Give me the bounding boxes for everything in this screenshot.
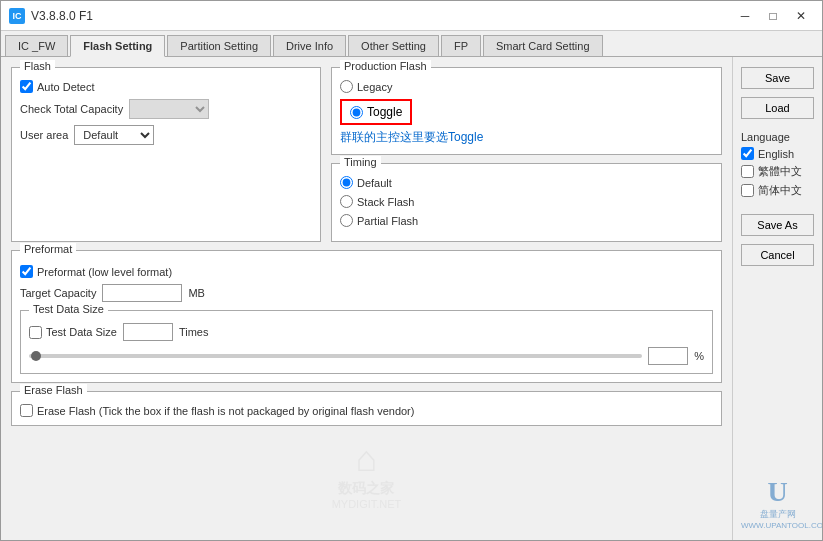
partial-flash-row: Partial Flash [340, 214, 713, 227]
test-data-slider[interactable] [29, 354, 642, 358]
erase-flash-title: Erase Flash [20, 384, 87, 396]
stack-flash-radio[interactable] [340, 195, 353, 208]
target-capacity-row: Target Capacity MB [20, 284, 713, 302]
timing-group: Timing Default Stack Flash [331, 163, 722, 242]
slider-thumb [31, 351, 41, 361]
stack-flash-label: Stack Flash [357, 196, 414, 208]
top-section: Flash Auto Detect Check Total Capacity [11, 67, 722, 242]
slider-container: % [29, 347, 704, 365]
test-data-size-checkbox[interactable] [29, 326, 42, 339]
toggle-label: Toggle [367, 105, 402, 119]
erase-label: Erase Flash (Tick the box if the flash i… [37, 405, 414, 417]
watermark-icon: ⌂ [332, 438, 402, 480]
target-capacity-label: Target Capacity [20, 287, 96, 299]
right-panel: Save Load Language English 繁體中文 简体中文 [732, 57, 822, 540]
legacy-row: Legacy [340, 80, 713, 93]
production-flash-group: Production Flash Legacy Toggle [331, 67, 722, 155]
tab-bar: IC _FW Flash Setting Partition Setting D… [1, 31, 822, 57]
times-label: Times [179, 326, 209, 338]
timing-default-row: Default [340, 176, 713, 189]
test-data-size-row: Test Data Size Times [29, 323, 704, 341]
simplified-chinese-checkbox[interactable] [741, 184, 754, 197]
flash-group-title: Flash [20, 60, 55, 72]
english-checkbox[interactable] [741, 147, 754, 160]
preformat-content: Preformat (low level format) Target Capa… [20, 265, 713, 302]
erase-flash-checkbox[interactable] [20, 404, 33, 417]
tab-fp[interactable]: FP [441, 35, 481, 56]
preformat-checkbox-row: Preformat (low level format) [20, 265, 713, 278]
target-capacity-input[interactable] [102, 284, 182, 302]
flash-group-content: Auto Detect Check Total Capacity User ar… [20, 80, 312, 145]
tab-flash-setting[interactable]: Flash Setting [70, 35, 165, 57]
percent-label: % [694, 350, 704, 362]
save-button[interactable]: Save [741, 67, 814, 89]
annotation-text: 群联的主控这里要选Toggle [340, 129, 713, 146]
erase-flash-group: Erase Flash Erase Flash (Tick the box if… [11, 391, 722, 426]
test-data-size-input[interactable] [123, 323, 173, 341]
title-bar-left: IC V3.8.8.0 F1 [9, 8, 93, 24]
left-panel: Flash Auto Detect Check Total Capacity [1, 57, 732, 540]
mb-label: MB [188, 287, 205, 299]
legacy-radio[interactable] [340, 80, 353, 93]
tab-other-setting[interactable]: Other Setting [348, 35, 439, 56]
toggle-highlight: Toggle [340, 99, 412, 125]
tab-drive-info[interactable]: Drive Info [273, 35, 346, 56]
simplified-chinese-label[interactable]: 简体中文 [741, 183, 814, 198]
window-title: V3.8.8.0 F1 [31, 9, 93, 23]
preformat-group: Preformat Preformat (low level format) T… [11, 250, 722, 383]
toggle-radio[interactable] [350, 106, 363, 119]
stack-flash-row: Stack Flash [340, 195, 713, 208]
main-window: IC V3.8.8.0 F1 ─ □ ✕ IC _FW Flash Settin… [0, 0, 823, 541]
timing-title: Timing [340, 156, 381, 168]
production-flash-title: Production Flash [340, 60, 431, 72]
percent-input[interactable] [648, 347, 688, 365]
test-data-size-title: Test Data Size [29, 303, 108, 315]
language-section: Language English 繁體中文 简体中文 [741, 131, 814, 206]
preformat-label: Preformat (low level format) [37, 266, 172, 278]
erase-flash-label[interactable]: Erase Flash (Tick the box if the flash i… [20, 404, 713, 417]
user-area-label: User area [20, 129, 68, 141]
main-content: Flash Auto Detect Check Total Capacity [1, 57, 822, 540]
timing-default-radio[interactable] [340, 176, 353, 189]
load-button[interactable]: Load [741, 97, 814, 119]
flash-group: Flash Auto Detect Check Total Capacity [11, 67, 321, 242]
english-label[interactable]: English [741, 147, 814, 160]
test-data-size-group: Test Data Size Test Data Size Times [20, 310, 713, 374]
title-bar-controls: ─ □ ✕ [732, 6, 814, 26]
u-logo: U [741, 476, 814, 508]
preformat-title: Preformat [20, 243, 76, 255]
maximize-button[interactable]: □ [760, 6, 786, 26]
auto-detect-label[interactable]: Auto Detect [20, 80, 94, 93]
partial-flash-label: Partial Flash [357, 215, 418, 227]
watermark: ⌂ 数码之家 MYDIGIT.NET [332, 438, 402, 510]
tab-ic-fw[interactable]: IC _FW [5, 35, 68, 56]
check-total-capacity-select[interactable] [129, 99, 209, 119]
timing-default-label: Default [357, 177, 392, 189]
save-as-button[interactable]: Save As [741, 214, 814, 236]
language-title: Language [741, 131, 814, 143]
tab-smart-card-setting[interactable]: Smart Card Setting [483, 35, 603, 56]
test-data-size-label[interactable]: Test Data Size [29, 326, 117, 339]
close-button[interactable]: ✕ [788, 6, 814, 26]
partial-flash-radio[interactable] [340, 214, 353, 227]
toggle-highlight-wrapper: Toggle [340, 99, 412, 125]
pan-text: 盘量产网 [741, 508, 814, 521]
minimize-button[interactable]: ─ [732, 6, 758, 26]
app-icon: IC [9, 8, 25, 24]
u-logo-area: U 盘量产网 WWW.UPANTOOL.COM [741, 456, 814, 530]
auto-detect-checkbox[interactable] [20, 80, 33, 93]
user-area-row: User area Default [20, 125, 312, 145]
traditional-chinese-checkbox[interactable] [741, 165, 754, 178]
user-area-select[interactable]: Default [74, 125, 154, 145]
cancel-button[interactable]: Cancel [741, 244, 814, 266]
upan-url: WWW.UPANTOOL.COM [741, 521, 814, 530]
timing-content: Default Stack Flash Partial Flash [340, 176, 713, 227]
check-total-capacity-row: Check Total Capacity [20, 99, 312, 119]
traditional-chinese-label[interactable]: 繁體中文 [741, 164, 814, 179]
preformat-checkbox[interactable] [20, 265, 33, 278]
erase-flash-content: Erase Flash (Tick the box if the flash i… [20, 404, 713, 417]
legacy-label: Legacy [357, 81, 392, 93]
check-total-capacity-label: Check Total Capacity [20, 103, 123, 115]
preformat-checkbox-label[interactable]: Preformat (low level format) [20, 265, 172, 278]
tab-partition-setting[interactable]: Partition Setting [167, 35, 271, 56]
